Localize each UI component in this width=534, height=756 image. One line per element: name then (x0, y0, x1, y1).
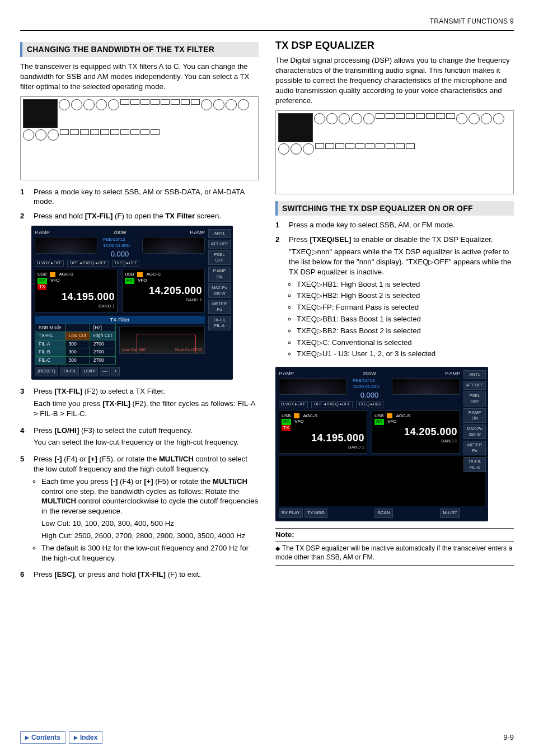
side-att: ATT OFF (463, 381, 486, 390)
step-1: 1 Press a mode key to select SSB, AM, or… (275, 220, 514, 230)
agc: AGC-S (396, 413, 410, 419)
side-meter: METER Po (208, 300, 231, 314)
t: (F4) or (118, 477, 144, 486)
warn-icon (294, 413, 299, 418)
t: Press (34, 455, 54, 463)
t: , or press and hold (74, 570, 138, 578)
cell: 2700 (90, 356, 115, 364)
side-psel: PSEL OFF (463, 391, 486, 406)
multi-ch: MULTI/CH (41, 497, 76, 505)
rx-badge: RX (125, 278, 134, 284)
t: (F2) to select a TX Filter. (82, 387, 165, 395)
side-pamp: P.AMP ON (208, 267, 231, 281)
th: SSB Mode (35, 324, 65, 332)
row: FIL-A (35, 340, 65, 348)
page-footer: Contents Index 9-9 (20, 722, 514, 744)
contents-link[interactable]: Contents (20, 731, 65, 744)
subsection-tx-dsp-eq-on-off: SWITCHING THE TX DSP EQUALIZER ON OR OFF (275, 201, 514, 216)
eq-option: TXEQ▷U1 - U3: User 1, 2, or 3 is selecte… (297, 349, 514, 359)
ss-subfreq: 0.000 (103, 249, 137, 259)
step-number: 6 (20, 570, 28, 580)
eq-option: TXEQ▷HB2: High Boost 2 is selected (297, 291, 514, 301)
index-label: Index (80, 733, 97, 742)
chart-low-label: Low Cut:300 (122, 347, 146, 353)
t: (F) to exit. (166, 570, 201, 578)
freq-a: 14.195.000 (282, 431, 364, 445)
intro-paragraph: The Digital signal processing (DSP) allo… (275, 55, 514, 105)
side-meter: METER Po (463, 441, 486, 455)
note-text: "TXEQ▷nnn" appears while the TX DSP equa… (289, 247, 514, 277)
side-maxpo: MAX-Po 200 W (208, 283, 231, 298)
side-maxpo: MAX-Po 200 W (463, 424, 486, 439)
key-esc: [ESC] (54, 570, 74, 578)
meter-a (279, 378, 347, 395)
fkey-scan: SCAN (374, 508, 392, 518)
step-number: 3 (20, 386, 28, 421)
key-minus: [-] (54, 455, 62, 463)
fkey-txmsg: TX MSG (305, 508, 327, 518)
note-heading: Note: (275, 528, 514, 542)
key-tx-fil: [TX-FIL] (138, 570, 166, 578)
band-b: BAND 1 (374, 438, 457, 445)
rx-badge: RX (38, 278, 47, 284)
t: (F5), or rotate the (97, 455, 159, 463)
t: Press and hold (34, 212, 85, 220)
th: Low Cut (65, 332, 90, 340)
th: [Hz] (90, 324, 115, 332)
tx-badge: TX (38, 284, 46, 290)
page-number: 9-9 (503, 732, 514, 743)
step-3: 3 Press [TX-FIL] (F2) to select a TX Fil… (20, 386, 259, 421)
t: (F4) or (62, 455, 88, 463)
fkey-txfil: TX-FIL (60, 367, 79, 376)
meter-a (35, 237, 97, 254)
side-ant: ANT1 (463, 370, 486, 379)
cell: 300 (65, 348, 90, 356)
rx-badge: RX (374, 419, 384, 425)
vfo-a: USBAGC-S RXVFO TX 14.195.000 BAND 1 (279, 410, 367, 454)
meter-b (142, 237, 205, 254)
step-4: 4 Press [LO/HI] (F3) to select the cutof… (20, 426, 259, 450)
ss-date: FEB/15/'13 (103, 237, 137, 243)
vfo-label: VFO (294, 419, 303, 425)
transceiver-front-panel-illustration (20, 96, 259, 180)
chart-high-label: High Cut:2700 (175, 347, 202, 353)
cell: 2700 (90, 340, 115, 348)
key-tx-fil: [TX-FIL] (102, 399, 130, 408)
agc: AGC-S (59, 272, 73, 278)
ss-txeq: TXEQ ▸OFF (112, 260, 140, 267)
th: TX-FIL (35, 332, 65, 340)
index-link[interactable]: Index (69, 731, 102, 744)
agc: AGC-S (303, 413, 317, 419)
side-txfil: TX-FIL FIL-A (463, 457, 486, 472)
ss-txeq: TXEQ ▸HB1 (356, 401, 383, 408)
step-2: 2 Press and hold [TX-FIL] (F) to open th… (20, 211, 259, 221)
filter-response-chart: Low Cut:300 High Cut:2700 (119, 326, 205, 354)
band-b: BAND 1 (125, 297, 202, 304)
cell: 300 (65, 340, 90, 348)
freq-a: 14.195.000 (38, 290, 115, 304)
mode-usb: USB (374, 413, 383, 419)
filter-table: SSB Mode[Hz] TX-FILLow CutHigh Cut FIL-A… (35, 324, 116, 365)
ss-dvox: D.VOX ▸OFF (35, 260, 64, 267)
t: (F5) or rotate the (153, 477, 213, 486)
waterfall-area (279, 456, 485, 506)
ss-pamp-b: P.AMP (445, 370, 460, 377)
subsection-tx-filter-bandwidth: CHANGING THE BANDWIDTH OF THE TX FILTER (20, 42, 259, 57)
mode-usb: USB (38, 272, 46, 278)
step-6: 6 Press [ESC], or press and hold [TX-FIL… (20, 570, 259, 580)
eq-option: TXEQ▷FP: Formant Pass is selected (297, 302, 514, 312)
t: control one step, the bandwidth cycles a… (41, 487, 239, 496)
mode-usb: USB (282, 413, 291, 419)
ss-pow: 200W (113, 229, 127, 236)
side-txfil: TX-FIL FIL-A (208, 316, 231, 330)
step-text: Press a mode key to select SSB, AM, or F… (289, 220, 514, 230)
step-number: 5 (20, 454, 28, 565)
step-number: 2 (275, 235, 283, 362)
eq-option: TXEQ▷C: Conventional is selected (297, 338, 514, 348)
step-number: 1 (20, 187, 28, 207)
ss-rxeq: OFF ◂ RXEQ ▸OFF (311, 401, 353, 408)
right-column: TX DSP EQUALIZER The Digital signal proc… (275, 39, 514, 722)
ss-rxeq: OFF ◂ RXEQ ▸OFF (67, 260, 109, 267)
warn-icon (50, 272, 55, 277)
ss-date: FEB/15/'13 (353, 378, 386, 384)
